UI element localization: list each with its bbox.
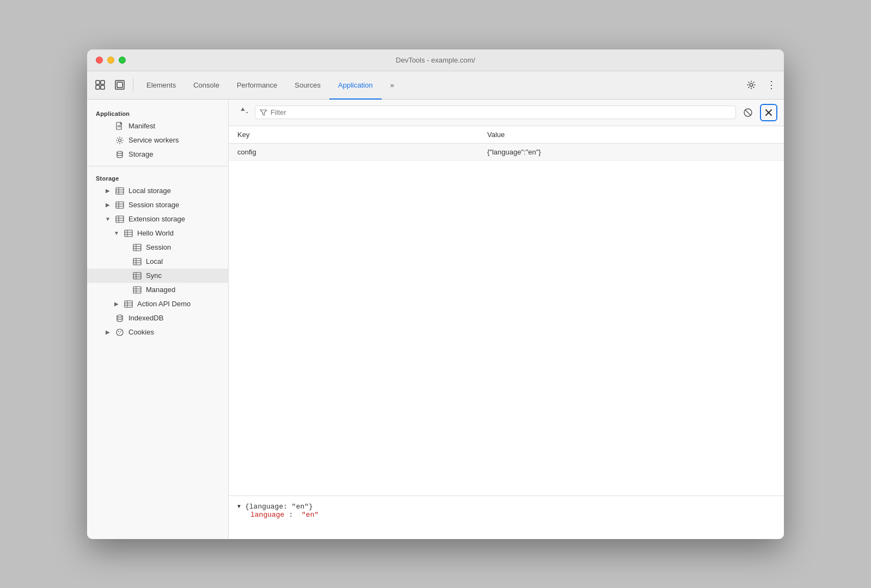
titlebar: DevTools - example.com/ [87,49,784,71]
detail-panel: Key Value config {"language":"en"} ▼ [229,100,784,539]
sidebar-item-local-ext[interactable]: Local [87,255,228,269]
sidebar-item-session-storage[interactable]: ▶ Session storage [87,198,228,212]
sidebar: Application Manifest Ser [87,100,229,539]
sidebar-item-service-workers[interactable]: Service workers [87,133,228,147]
table-icon-action [124,300,133,308]
preview-panel: ▼ {language: "en"} language : "en" [229,496,784,539]
cursor-icon[interactable] [91,76,109,94]
sidebar-item-manifest[interactable]: Manifest [87,119,228,133]
sidebar-item-managed[interactable]: Managed [87,283,228,297]
sidebar-item-cookies[interactable]: ▶ Cookies [87,325,228,339]
table-icon-sync [133,271,142,280]
svg-rect-3 [101,85,105,89]
maximize-button[interactable] [119,57,126,64]
filter-icon [260,109,267,116]
table-icon-local [115,187,124,195]
sidebar-item-local-storage[interactable]: ▶ Local storage [87,184,228,198]
table-icon-ext [115,215,124,224]
toolbar-actions: ⋮ [743,76,780,94]
table-icon-hw [124,229,133,238]
extension-storage-arrow: ▼ [105,216,111,222]
session-storage-arrow: ▶ [105,202,111,208]
sidebar-item-hello-world[interactable]: ▼ Hello World [87,226,228,240]
svg-point-10 [119,139,121,141]
filter-input[interactable] [271,108,731,116]
svg-point-52 [119,333,120,334]
sidebar-item-sync[interactable]: Sync [87,269,228,283]
tab-console[interactable]: Console [185,72,228,100]
managed-label: Managed [146,286,175,294]
table-cell-key: config [229,143,479,160]
col-header-key: Key [229,126,479,144]
managed-arrow [122,287,128,293]
session-ext-label: Session [146,243,171,251]
tab-bar: Elements Console Performance Sources App… [138,71,740,99]
sidebar-item-session-ext[interactable]: Session [87,240,228,255]
svg-rect-40 [133,287,141,293]
sidebar-item-storage-app[interactable]: Storage [87,147,228,162]
database-icon [115,150,124,159]
session-storage-label: Session storage [128,201,179,209]
table-cell-value: {"language":"en"} [479,143,784,160]
sidebar-item-action-api-demo[interactable]: ▶ Action API Demo [87,297,228,311]
hello-world-arrow: ▼ [113,230,120,237]
svg-rect-1 [101,81,105,84]
svg-rect-44 [125,301,132,307]
file-icon [115,122,124,131]
sync-label: Sync [146,271,162,280]
close-button[interactable] [96,57,103,64]
sw-arrow [105,137,111,144]
tab-performance[interactable]: Performance [228,72,286,100]
svg-rect-36 [133,273,141,279]
sync-arrow [122,273,128,279]
tab-elements[interactable]: Elements [138,72,185,100]
sidebar-divider [87,166,228,166]
svg-point-11 [117,151,122,153]
cookie-icon [115,328,124,337]
table-row[interactable]: config {"language":"en"} [229,143,784,160]
manifest-arrow [105,123,111,129]
preview-collapse-arrow[interactable]: ▼ [237,504,241,510]
devtools-window: DevTools - example.com/ Elements [87,49,784,539]
local-ext-label: Local [146,257,163,265]
sidebar-item-indexeddb[interactable]: IndexedDB [87,311,228,325]
svg-rect-5 [117,82,122,88]
window-title: DevTools - example.com/ [396,56,475,64]
refresh-button[interactable] [235,105,250,120]
tab-application[interactable]: Application [329,72,382,100]
database-icon-idb [115,314,124,323]
block-icon[interactable] [740,105,756,120]
svg-point-48 [117,315,122,317]
section-title-application: Application [87,106,228,119]
indexeddb-label: IndexedDB [128,314,163,322]
svg-marker-53 [241,108,245,110]
manifest-label: Manifest [128,122,155,130]
svg-rect-28 [133,244,141,251]
preview-value: "en" [302,511,318,519]
svg-rect-2 [96,85,100,89]
filter-input-container [255,106,736,119]
svg-line-55 [745,109,751,115]
clear-button[interactable] [760,104,777,121]
tab-more[interactable]: » [382,72,403,100]
inspect-icon[interactable] [111,76,128,94]
svg-rect-0 [96,81,100,84]
toolbar-separator [133,78,133,91]
action-api-arrow: ▶ [113,301,120,307]
sidebar-item-extension-storage[interactable]: ▼ Extension storage [87,212,228,226]
tab-sources[interactable]: Sources [286,72,329,100]
more-options-icon[interactable]: ⋮ [762,76,780,94]
settings-icon[interactable] [743,76,760,94]
svg-rect-32 [133,258,141,265]
storage-app-label: Storage [128,150,154,158]
table-icon-session [115,201,124,209]
hello-world-label: Hello World [137,229,174,237]
main-content: Application Manifest Ser [87,100,784,539]
svg-point-49 [116,329,123,336]
minimize-button[interactable] [107,57,114,64]
local-storage-label: Local storage [128,187,171,195]
data-table: Key Value config {"language":"en"} [229,126,784,496]
svg-point-6 [750,83,752,86]
traffic-lights [96,57,126,64]
toolbar: Elements Console Performance Sources App… [87,71,784,100]
